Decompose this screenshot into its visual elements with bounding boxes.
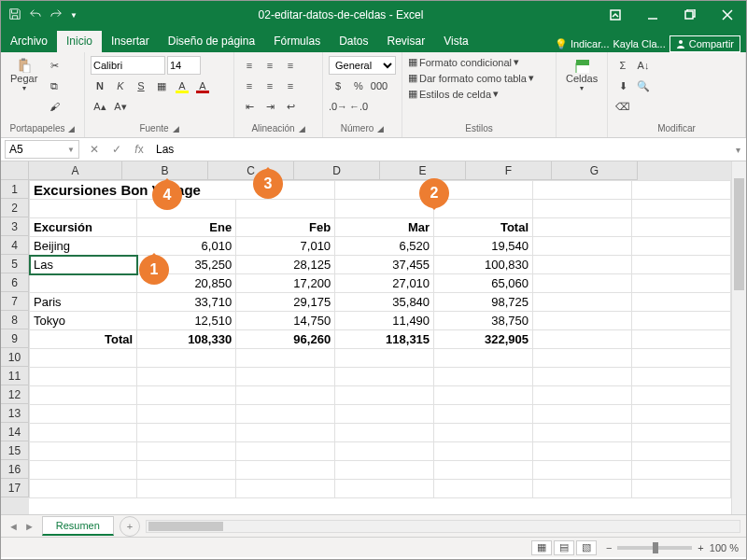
number-launcher-icon[interactable]: ◢ xyxy=(377,124,384,133)
tab-formulas[interactable]: Fórmulas xyxy=(264,31,330,52)
find-icon[interactable]: 🔍 xyxy=(634,77,653,95)
ribbon: Pegar▾ ✂ ⧉ 🖌 Portapapeles◢ N K S ▦ A A xyxy=(1,52,746,138)
sheet-tab-resumen[interactable]: Resumen xyxy=(42,516,114,536)
callout-4: 4 xyxy=(152,180,182,210)
tab-revisar[interactable]: Revisar xyxy=(378,31,435,52)
cut-icon[interactable]: ✂ xyxy=(45,56,63,75)
clear-icon[interactable]: ⌫ xyxy=(613,97,632,116)
save-icon[interactable] xyxy=(8,7,21,23)
undo-icon[interactable] xyxy=(29,7,42,23)
format-painter-icon[interactable]: 🖌 xyxy=(45,97,63,116)
page-layout-view-icon[interactable]: ▤ xyxy=(554,540,574,555)
expand-formula-bar-icon[interactable]: ▾ xyxy=(729,145,746,155)
tab-insertar[interactable]: Insertar xyxy=(102,31,159,52)
italic-button[interactable]: K xyxy=(111,77,130,95)
active-cell[interactable]: Las xyxy=(30,256,137,274)
alignment-launcher-icon[interactable]: ◢ xyxy=(299,124,305,133)
tab-datos[interactable]: Datos xyxy=(330,31,377,52)
fx-icon[interactable]: fx xyxy=(128,139,150,160)
copy-icon[interactable]: ⧉ xyxy=(45,77,63,95)
paste-button[interactable]: Pegar▾ xyxy=(7,56,41,94)
worksheet-area: A B C D E F G 1234567891011121314151617 … xyxy=(1,161,746,514)
font-name-combo[interactable] xyxy=(91,56,165,75)
tab-diseno[interactable]: Diseño de página xyxy=(159,31,264,52)
callout-3: 3 xyxy=(253,169,283,199)
wrap-text-icon[interactable]: ↩ xyxy=(281,97,300,116)
editing-label: Modificar xyxy=(657,123,696,133)
ribbon-options-icon[interactable] xyxy=(597,1,634,29)
underline-button[interactable]: S xyxy=(132,77,150,95)
zoom-level[interactable]: 100 % xyxy=(710,542,739,553)
conditional-format-button[interactable]: ▦ Formato condicional ▾ xyxy=(408,56,519,68)
user-name[interactable]: Kayla Cla... xyxy=(613,38,665,49)
zoom-out-icon[interactable]: − xyxy=(606,542,612,553)
align-top-icon[interactable]: ≡ xyxy=(240,56,259,75)
horizontal-scrollbar[interactable] xyxy=(146,520,740,533)
cell-styles-button[interactable]: ▦ Estilos de celda ▾ xyxy=(408,88,499,100)
align-right-icon[interactable]: ≡ xyxy=(281,77,300,95)
fill-icon[interactable]: ⬇ xyxy=(613,77,632,95)
close-icon[interactable] xyxy=(709,1,746,29)
format-table-button[interactable]: ▦ Dar formato como tabla ▾ xyxy=(408,72,534,84)
comma-format-icon[interactable]: 000 xyxy=(370,77,388,95)
font-color-button[interactable]: A xyxy=(193,77,212,95)
accounting-format-icon[interactable]: $ xyxy=(329,77,347,95)
zoom-in-icon[interactable]: + xyxy=(698,542,703,553)
qat-dropdown-icon[interactable]: ▼ xyxy=(70,11,78,20)
decrease-indent-icon[interactable]: ⇤ xyxy=(240,97,259,116)
confirm-edit-icon[interactable]: ✓ xyxy=(106,139,128,160)
autosum-icon[interactable]: Σ xyxy=(613,56,632,75)
clipboard-launcher-icon[interactable]: ◢ xyxy=(68,124,75,133)
redo-icon[interactable] xyxy=(49,7,63,23)
svg-rect-5 xyxy=(23,64,30,73)
page-break-view-icon[interactable]: ▧ xyxy=(576,540,597,555)
grid[interactable]: Excursiones Bon Voyage Excursión Ene Feb… xyxy=(29,180,731,498)
font-size-combo[interactable] xyxy=(167,56,201,75)
percent-format-icon[interactable]: % xyxy=(349,77,368,95)
align-left-icon[interactable]: ≡ xyxy=(240,77,259,95)
fill-color-button[interactable]: A xyxy=(173,77,191,95)
cancel-edit-icon[interactable]: ✕ xyxy=(83,139,106,160)
decrease-decimal-icon[interactable]: ←.0 xyxy=(349,97,368,116)
select-all-corner[interactable] xyxy=(1,161,29,180)
column-headers[interactable]: A B C D E F G xyxy=(29,161,731,180)
tab-archivo[interactable]: Archivo xyxy=(1,31,57,52)
add-sheet-button[interactable]: + xyxy=(120,516,140,537)
decrease-font-icon[interactable]: A▾ xyxy=(111,97,130,116)
minimize-icon[interactable] xyxy=(634,1,671,29)
font-launcher-icon[interactable]: ◢ xyxy=(173,124,179,133)
vertical-scrollbar[interactable] xyxy=(731,161,746,514)
tab-nav-prev-icon[interactable]: ◄ xyxy=(8,521,19,532)
zoom-slider[interactable] xyxy=(617,546,692,550)
border-button[interactable]: ▦ xyxy=(152,77,171,95)
name-box[interactable]: A5▼ xyxy=(5,140,79,159)
tab-nav-next-icon[interactable]: ► xyxy=(24,521,35,532)
tell-me[interactable]: 💡 Indicar... xyxy=(555,38,610,50)
share-button[interactable]: Compartir xyxy=(669,35,740,52)
cells-button[interactable]: Celdas▾ xyxy=(562,56,601,94)
ribbon-tabs: Archivo Inicio Insertar Diseño de página… xyxy=(1,29,746,52)
tab-vista[interactable]: Vista xyxy=(434,31,477,52)
callout-2: 2 xyxy=(419,178,449,208)
svg-point-2 xyxy=(679,40,683,44)
increase-font-icon[interactable]: A▴ xyxy=(91,97,109,116)
tab-inicio[interactable]: Inicio xyxy=(57,31,102,52)
formula-input[interactable] xyxy=(150,141,729,158)
sheet-tab-bar: ◄ ► Resumen + xyxy=(1,514,746,537)
sort-icon[interactable]: A↓ xyxy=(634,56,653,75)
number-format-combo[interactable]: General xyxy=(329,56,396,75)
increase-indent-icon[interactable]: ⇥ xyxy=(261,97,279,116)
alignment-label: Alineación xyxy=(251,123,294,133)
normal-view-icon[interactable]: ▦ xyxy=(531,540,552,555)
svg-rect-7 xyxy=(576,60,589,65)
row-headers[interactable]: 1234567891011121314151617 xyxy=(1,180,29,514)
increase-decimal-icon[interactable]: .0→ xyxy=(329,97,347,116)
font-label: Fuente xyxy=(139,123,168,133)
align-middle-icon[interactable]: ≡ xyxy=(261,56,279,75)
bold-button[interactable]: N xyxy=(91,77,109,95)
align-bottom-icon[interactable]: ≡ xyxy=(281,56,300,75)
align-center-icon[interactable]: ≡ xyxy=(261,77,279,95)
title-cell[interactable]: Excursiones Bon Voyage xyxy=(30,181,335,200)
maximize-icon[interactable] xyxy=(671,1,709,29)
number-label: Número xyxy=(341,123,374,133)
